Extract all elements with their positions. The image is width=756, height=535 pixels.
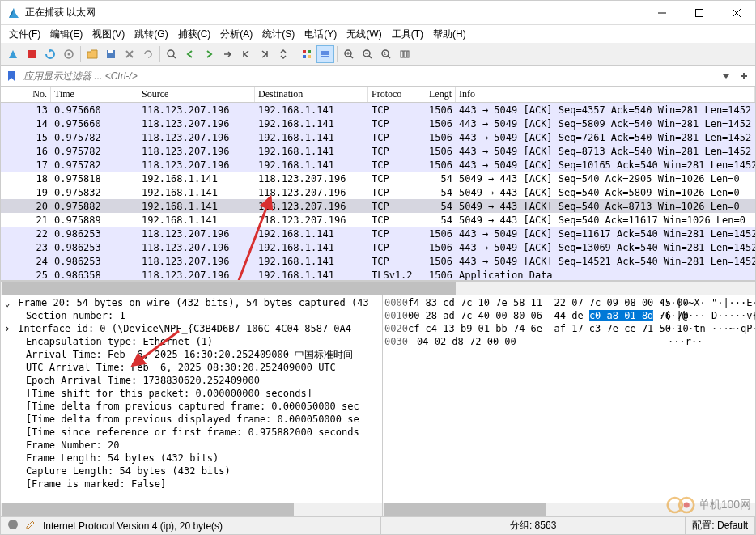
packet-row[interactable]: 140.975660118.123.207.196192.168.1.141TC… (1, 117, 755, 130)
packet-row[interactable]: 160.975782118.123.207.196192.168.1.141TC… (1, 144, 755, 158)
col-time[interactable]: Time (51, 87, 138, 102)
detail-line[interactable]: Frame Number: 20 (2, 439, 380, 452)
packet-details-pane[interactable]: ⌄ Frame 20: 54 bytes on wire (432 bits),… (1, 295, 383, 503)
detail-line[interactable]: Section number: 1 (2, 309, 380, 322)
status-bar: Internet Protocol Version 4 (ip), 20 byt… (1, 516, 755, 534)
detail-line[interactable]: Frame Length: 54 bytes (432 bits) (2, 452, 380, 465)
packet-row[interactable]: 220.986253118.123.207.196192.168.1.141TC… (1, 227, 755, 240)
detail-line[interactable]: [Time since reference or first frame: 0.… (2, 426, 380, 439)
edit-icon[interactable] (25, 519, 36, 533)
menu-item[interactable]: 帮助(H) (428, 26, 471, 43)
menu-item[interactable]: 视图(V) (87, 26, 130, 43)
detail-line[interactable]: Epoch Arrival Time: 1738830620.252409000 (2, 374, 380, 387)
svg-point-11 (168, 50, 174, 57)
close-file-button[interactable] (121, 45, 138, 63)
menu-item[interactable]: 捕获(C) (173, 26, 216, 43)
packet-row[interactable]: 200.975882192.168.1.141118.123.207.196TC… (1, 199, 755, 213)
status-profile[interactable]: 配置: Default (686, 517, 755, 534)
zoom-out-button[interactable] (359, 45, 376, 63)
hex-row[interactable]: 001000 28 ad 7c 40 00 80 06 44 de c0 a8 … (384, 309, 754, 322)
detail-line[interactable]: › Interface id: 0 (\Device\NPF_{C3B4D6B7… (2, 322, 380, 335)
find-button[interactable] (163, 45, 181, 63)
menu-item[interactable]: 电话(Y) (299, 26, 342, 43)
packet-row[interactable]: 150.975782118.123.207.196192.168.1.141TC… (1, 130, 755, 144)
menu-item[interactable]: 无线(W) (342, 26, 386, 43)
detail-line[interactable]: UTC Arrival Time: Feb 6, 2025 08:30:20.2… (2, 361, 380, 374)
minimize-button[interactable] (643, 1, 681, 25)
go-forward-button[interactable] (200, 45, 218, 63)
filter-bookmark-icon[interactable] (4, 69, 19, 83)
hex-row[interactable]: 0020cf c4 13 b9 01 bb 74 6e af 17 c3 7e … (384, 322, 754, 335)
svg-point-6 (68, 53, 70, 55)
packet-row[interactable]: 190.975832192.168.1.141118.123.207.196TC… (1, 185, 755, 199)
svg-line-12 (173, 56, 176, 58)
packet-bytes-pane[interactable]: 0000f4 83 cd 7c 10 7e 58 11 22 07 7c 09 … (383, 295, 755, 503)
restart-capture-button[interactable] (41, 45, 59, 63)
svg-rect-1 (696, 9, 703, 16)
packet-list-header[interactable]: No. Time Source Destination Protoco Leng… (1, 87, 755, 103)
menu-item[interactable]: 跳转(G) (130, 26, 172, 43)
filter-add-button[interactable] (736, 68, 752, 84)
reload-button[interactable] (139, 45, 157, 63)
menu-item[interactable]: 分析(A) (215, 26, 257, 43)
svg-rect-16 (308, 55, 311, 58)
detail-line[interactable]: [Time shift for this packet: 0.000000000… (2, 387, 380, 400)
go-last-button[interactable] (256, 45, 274, 63)
packet-row[interactable]: 210.975889192.168.1.141118.123.207.196TC… (1, 213, 755, 227)
svg-point-37 (8, 520, 18, 529)
col-length[interactable]: Lengt (418, 87, 456, 102)
col-info[interactable]: Info (456, 87, 755, 102)
detail-line[interactable]: ⌄ Frame 20: 54 bytes on wire (432 bits),… (2, 296, 380, 309)
colorize-button[interactable] (298, 45, 316, 63)
col-destination[interactable]: Destination (255, 87, 368, 102)
autoscroll-button[interactable] (274, 45, 292, 63)
lower-hscroll[interactable] (1, 503, 755, 516)
menu-item[interactable]: 工具(T) (387, 26, 428, 43)
menu-bar: 文件(F)编辑(E)视图(V)跳转(G)捕获(C)分析(A)统计(S)电话(Y)… (1, 25, 755, 43)
zoom-in-button[interactable] (340, 45, 358, 63)
expert-info-icon[interactable] (7, 519, 19, 533)
menu-item[interactable]: 编辑(E) (45, 26, 87, 43)
save-file-button[interactable] (102, 45, 120, 63)
close-button[interactable] (718, 1, 755, 25)
packet-row[interactable]: 130.975660118.123.207.196192.168.1.141TC… (1, 103, 755, 117)
filter-dropdown-button[interactable] (718, 68, 734, 84)
svg-rect-15 (303, 55, 306, 58)
svg-line-23 (350, 56, 353, 58)
open-file-button[interactable] (83, 45, 101, 63)
svg-line-26 (369, 56, 372, 58)
hex-row[interactable]: 003004 02 d8 72 00 00···r·· (384, 335, 754, 348)
menu-item[interactable]: 文件(F) (4, 26, 45, 43)
go-back-button[interactable] (181, 45, 199, 63)
svg-rect-4 (28, 50, 36, 58)
auto-scroll-live-button[interactable] (316, 45, 334, 63)
hex-row[interactable]: 0000f4 83 cd 7c 10 7e 58 11 22 07 7c 09 … (384, 296, 754, 309)
go-first-button[interactable] (237, 45, 255, 63)
packet-row[interactable]: 230.986253118.123.207.196192.168.1.141TC… (1, 240, 755, 254)
detail-line[interactable]: Capture Length: 54 bytes (432 bits) (2, 465, 380, 478)
maximize-button[interactable] (681, 1, 718, 25)
packet-row[interactable]: 240.986253118.123.207.196192.168.1.141TC… (1, 254, 755, 268)
packet-list-pane[interactable]: No. Time Source Destination Protoco Leng… (1, 87, 755, 281)
packet-list-hscroll[interactable] (1, 281, 755, 295)
capture-options-button[interactable] (60, 45, 78, 63)
detail-line[interactable]: [Frame is marked: False] (2, 478, 380, 490)
detail-line[interactable]: Arrival Time: Feb 6, 2025 16:30:20.25240… (2, 348, 380, 361)
packet-row[interactable]: 250.986358118.123.207.196192.168.1.141TL… (1, 268, 755, 281)
detail-line[interactable]: Encapsulation type: Ethernet (1) (2, 335, 380, 348)
packet-row[interactable]: 170.975782118.123.207.196192.168.1.141TC… (1, 158, 755, 172)
goto-packet-button[interactable] (219, 45, 236, 63)
resize-columns-button[interactable] (396, 45, 414, 63)
col-protocol[interactable]: Protoco (368, 87, 418, 102)
svg-rect-14 (308, 50, 311, 53)
menu-item[interactable]: 统计(S) (257, 26, 299, 43)
stop-capture-button[interactable] (23, 45, 40, 63)
col-source[interactable]: Source (138, 87, 255, 102)
start-capture-button[interactable] (4, 45, 22, 63)
zoom-reset-button[interactable]: 1 (377, 45, 395, 63)
display-filter-input[interactable] (20, 69, 716, 83)
col-no[interactable]: No. (1, 87, 51, 102)
detail-line[interactable]: [Time delta from previous captured frame… (2, 400, 380, 413)
detail-line[interactable]: [Time delta from previous displayed fram… (2, 413, 380, 426)
packet-row[interactable]: 180.975818192.168.1.141118.123.207.196TC… (1, 172, 755, 185)
